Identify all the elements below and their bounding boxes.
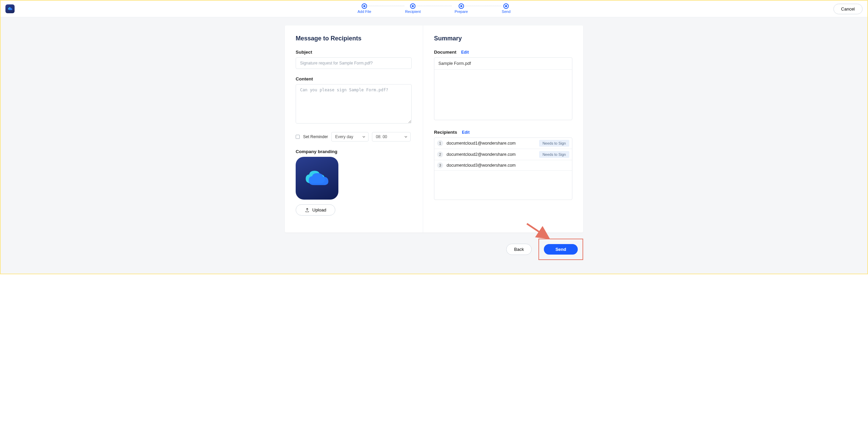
subject-section: Subject xyxy=(296,50,412,69)
recipient-email: documentcloud3@wondershare.com xyxy=(447,163,569,168)
panel-title: Message to Recipients xyxy=(296,35,412,42)
content-textarea[interactable] xyxy=(296,84,412,124)
recipient-number: 3 xyxy=(437,162,443,168)
step-prepare[interactable]: Prepare xyxy=(455,4,468,14)
reminder-checkbox[interactable] xyxy=(296,135,300,139)
document-box: Sample Form.pdf xyxy=(434,57,572,120)
reminder-time-select[interactable]: 08: 00 xyxy=(372,132,411,142)
progress-steps: Add File Recipient Prepare Send xyxy=(357,4,510,14)
step-label: Add File xyxy=(357,10,371,14)
chevron-down-icon xyxy=(362,135,366,138)
upload-label: Upload xyxy=(312,207,326,212)
app-logo xyxy=(5,4,15,13)
content-area: Message to Recipients Subject Content Se… xyxy=(1,17,867,274)
upload-button[interactable]: Upload xyxy=(296,204,335,216)
cloud-icon xyxy=(7,6,13,11)
recipient-badge: Needs to Sign xyxy=(539,140,569,147)
recipient-email: documentcloud2@wondershare.com xyxy=(447,152,536,157)
step-add-file[interactable]: Add File xyxy=(357,4,371,14)
recipient-number: 1 xyxy=(437,140,443,146)
step-dot-icon xyxy=(504,4,508,8)
recipient-badge: Needs to Sign xyxy=(539,151,569,158)
upload-icon xyxy=(305,208,310,212)
app-frame: Add File Recipient Prepare Send Cancel xyxy=(0,0,868,274)
cancel-button[interactable]: Cancel xyxy=(833,4,863,14)
document-name: Sample Form.pdf xyxy=(434,58,572,70)
select-value: Every day xyxy=(335,134,353,139)
recipient-number: 2 xyxy=(437,151,443,158)
subject-input[interactable] xyxy=(296,57,412,69)
step-label: Send xyxy=(502,10,511,14)
step-dot-icon xyxy=(411,4,415,8)
send-button[interactable]: Send xyxy=(544,244,578,255)
step-dot-icon xyxy=(362,4,367,8)
topbar: Add File Recipient Prepare Send Cancel xyxy=(1,1,867,17)
edit-recipients-link[interactable]: Edit xyxy=(462,130,470,135)
recipient-row: 2 documentcloud2@wondershare.com Needs t… xyxy=(434,149,572,160)
step-label: Prepare xyxy=(455,10,468,14)
send-highlight: Send xyxy=(538,239,583,260)
cloud-icon xyxy=(302,167,332,189)
chevron-down-icon xyxy=(404,135,408,138)
document-header: Document Edit xyxy=(434,50,572,55)
svg-line-0 xyxy=(527,224,547,237)
recipient-row: 1 documentcloud1@wondershare.com Needs t… xyxy=(434,138,572,149)
panel-title: Summary xyxy=(434,35,572,42)
content-section: Content xyxy=(296,76,412,125)
branding-label: Company branding xyxy=(296,149,412,154)
step-label: Recipient xyxy=(405,10,421,14)
branding-logo xyxy=(296,157,338,200)
subject-label: Subject xyxy=(296,50,412,55)
content-label: Content xyxy=(296,76,412,81)
action-bar: Back Send xyxy=(285,239,583,260)
step-dot-icon xyxy=(459,4,463,8)
step-send[interactable]: Send xyxy=(502,4,511,14)
recipient-row: 3 documentcloud3@wondershare.com xyxy=(434,160,572,171)
recipients-label: Recipients xyxy=(434,130,457,135)
reminder-label: Set Reminder xyxy=(303,134,328,139)
message-panel: Message to Recipients Subject Content Se… xyxy=(285,25,423,233)
reminder-row: Set Reminder Every day 08: 00 xyxy=(296,132,412,142)
annotation-arrow-icon xyxy=(525,222,551,241)
select-value: 08: 00 xyxy=(376,134,387,139)
summary-panel: Summary Document Edit Sample Form.pdf Re… xyxy=(423,25,583,233)
recipients-box: 1 documentcloud1@wondershare.com Needs t… xyxy=(434,137,572,200)
branding-section: Company branding Upload xyxy=(296,149,412,216)
step-recipient[interactable]: Recipient xyxy=(405,4,421,14)
main-card: Message to Recipients Subject Content Se… xyxy=(285,25,583,233)
edit-document-link[interactable]: Edit xyxy=(461,50,469,55)
back-button[interactable]: Back xyxy=(506,244,532,255)
reminder-frequency-select[interactable]: Every day xyxy=(331,132,369,142)
recipient-email: documentcloud1@wondershare.com xyxy=(447,141,536,146)
recipients-header: Recipients Edit xyxy=(434,130,572,135)
document-label: Document xyxy=(434,50,456,55)
